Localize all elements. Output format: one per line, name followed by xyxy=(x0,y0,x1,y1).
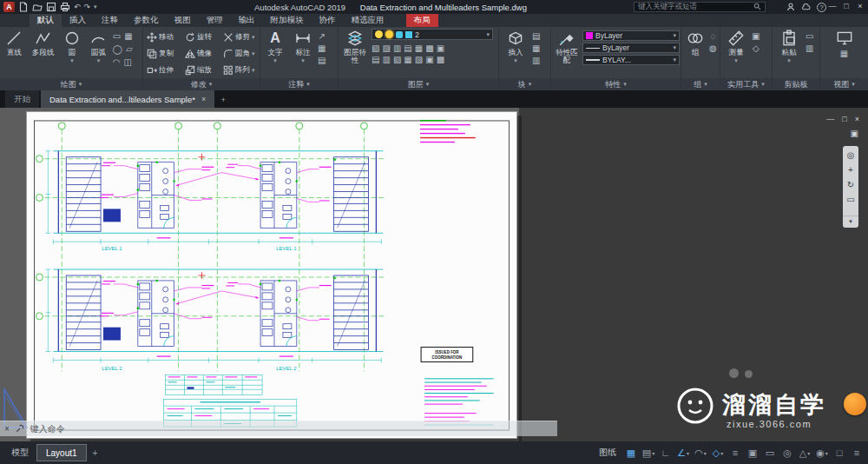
maximize-button[interactable]: □ xyxy=(840,1,852,12)
viewport-restore-icon[interactable]: □ xyxy=(842,115,846,123)
tab-view[interactable]: 视图 xyxy=(167,14,199,27)
layer-lock-tool-icon[interactable]: ▤ xyxy=(404,43,411,53)
group-edit-icon[interactable]: ◍ xyxy=(709,43,717,53)
panel-label-clipboard[interactable]: 剪贴板 xyxy=(773,78,819,90)
tab-annotate[interactable]: 注释 xyxy=(94,14,126,27)
color-dropdown[interactable]: ByLayer ▾ xyxy=(582,30,680,41)
full-navigation-wheel-icon[interactable]: ◎ xyxy=(847,150,855,160)
tool-paste[interactable]: 粘贴 ▾ xyxy=(774,29,804,64)
chevron-down-icon[interactable]: ▾ xyxy=(843,215,858,225)
dynamic-input-icon[interactable]: ▣ xyxy=(745,445,760,461)
table-icon[interactable]: ▦ xyxy=(318,43,326,53)
create-block-icon[interactable]: ▤ xyxy=(532,31,540,41)
tab-home[interactable]: 默认 xyxy=(30,14,62,27)
annotation-visibility-icon[interactable]: ◎ xyxy=(779,445,795,461)
file-tab-document[interactable]: Data Extraction and...ltileaders Sample*… xyxy=(41,90,214,108)
cloud-icon[interactable] xyxy=(801,3,811,13)
layer-dropdown[interactable]: 2 ▾ xyxy=(372,29,493,40)
panel-label-utilities[interactable]: 实用工具 ▾ xyxy=(720,78,772,90)
point-icon[interactable]: ◇ xyxy=(753,43,760,53)
layer-thaw-all-icon[interactable]: ▥ xyxy=(382,55,390,64)
layer-state-icon[interactable]: ▣ xyxy=(437,43,444,53)
viewport-close-icon[interactable]: × xyxy=(855,115,859,123)
floating-badge[interactable] xyxy=(844,393,866,415)
model-tab[interactable]: 模型 xyxy=(3,447,36,459)
new-layout-button[interactable]: + xyxy=(87,448,104,458)
ellipse-icon[interactable]: ◯ xyxy=(113,44,122,54)
open-file-icon[interactable] xyxy=(32,2,43,12)
chevron-down-icon[interactable]: ▾ xyxy=(94,3,97,10)
search-input[interactable]: 键入关键字或短语 xyxy=(634,2,766,12)
tool-rotate[interactable]: 旋转 xyxy=(183,32,221,43)
layer-off-icon[interactable]: ▧ xyxy=(372,43,379,53)
tab-layout[interactable]: 布局 xyxy=(406,14,438,27)
layer-isolate-icon[interactable]: ▨ xyxy=(382,43,390,53)
tab-output[interactable]: 输出 xyxy=(231,14,263,27)
close-button[interactable]: × xyxy=(854,1,866,12)
layer-match-icon[interactable]: ▦ xyxy=(415,43,423,53)
edit-block-icon[interactable]: ▦ xyxy=(532,43,540,53)
polar-tracking-icon[interactable]: ∠▾ xyxy=(675,445,691,461)
close-icon[interactable]: × xyxy=(4,424,10,434)
new-file-icon[interactable] xyxy=(18,2,29,12)
tool-layer-properties[interactable]: 图层特性 xyxy=(340,29,370,65)
undo-icon[interactable]: ↶ xyxy=(74,3,81,11)
spline-icon[interactable]: ◠ xyxy=(113,57,121,67)
save-icon[interactable] xyxy=(46,2,56,12)
grid-icon[interactable]: ▦ xyxy=(623,445,639,461)
layer-freeze-icon[interactable]: ▥ xyxy=(393,43,401,53)
panel-label-draw[interactable]: 绘图 ▾ xyxy=(0,78,142,90)
viewport-minimize-icon[interactable]: — xyxy=(826,115,834,123)
ortho-icon[interactable]: ∟ xyxy=(658,445,674,461)
viewport-config-icon[interactable]: ▦ xyxy=(840,49,848,58)
layer-current-icon[interactable]: ▦ xyxy=(404,55,411,64)
tab-collaborate[interactable]: 协作 xyxy=(312,14,344,27)
lineweight-icon[interactable]: ≡ xyxy=(727,445,743,461)
panel-label-properties[interactable]: 特性 ▾ xyxy=(551,78,681,90)
autocad-logo-icon[interactable]: A xyxy=(3,2,15,12)
leader-icon[interactable]: ↗ xyxy=(319,31,326,41)
new-tab-button[interactable]: + xyxy=(216,90,230,108)
drawing-canvas[interactable]: LEVEL 1 LEVEL 1 LEVEL 2 LEVEL 2 ISSUED F… xyxy=(0,108,868,441)
help-icon[interactable]: ? xyxy=(817,3,826,12)
panel-label-layers[interactable]: 图层 ▾ xyxy=(339,78,498,90)
tool-insert-block[interactable]: 插入 ▾ xyxy=(501,29,530,64)
object-snap-icon[interactable]: ◇▾ xyxy=(710,445,726,461)
tab-parametric[interactable]: 参数化 xyxy=(126,14,167,27)
panel-label-view[interactable]: 视图 ▾ xyxy=(820,78,868,90)
tab-addins[interactable]: 附加模块 xyxy=(263,14,312,27)
user-icon[interactable] xyxy=(786,3,795,13)
panel-label-block[interactable]: 块 ▾ xyxy=(499,78,550,90)
layer-walk-icon[interactable]: ▣ xyxy=(425,55,433,64)
tool-array[interactable]: 阵列▾ xyxy=(221,65,260,76)
command-prompt[interactable]: 键入命令 xyxy=(30,423,65,435)
viewcube-icon[interactable]: ▣ xyxy=(851,129,858,138)
clean-screen-icon[interactable]: □ xyxy=(832,445,847,461)
linetype-dropdown[interactable]: ByLayer ▾ xyxy=(582,43,680,53)
tool-group[interactable]: 组 xyxy=(683,29,707,56)
tool-circle[interactable]: 圆 ▾ xyxy=(60,29,85,64)
tool-stretch[interactable]: 拉伸 xyxy=(145,65,183,76)
tool-fillet[interactable]: 圆角▾ xyxy=(221,49,260,59)
attributes-icon[interactable]: ▥ xyxy=(532,56,540,65)
layout-paper[interactable]: LEVEL 1 LEVEL 1 LEVEL 2 LEVEL 2 ISSUED F… xyxy=(26,111,517,439)
ungroup-icon[interactable]: ◌ xyxy=(710,31,715,41)
zoom-extents-icon[interactable]: ▭ xyxy=(846,195,854,204)
tool-mirror[interactable]: 镜像 xyxy=(183,49,221,59)
search-icon[interactable] xyxy=(753,3,761,12)
rectangle-icon[interactable]: ▭ xyxy=(113,31,121,41)
pan-icon[interactable]: + xyxy=(848,165,853,175)
panel-label-groups[interactable]: 组 ▾ xyxy=(681,78,720,90)
tool-arc[interactable]: 圆弧 ▾ xyxy=(86,29,111,64)
layer-unisolate-icon[interactable]: ▤ xyxy=(372,55,379,64)
markup-icon[interactable]: ▤ xyxy=(318,56,326,65)
selection-cycling-icon[interactable]: ▭ xyxy=(762,445,778,461)
copy-clip-icon[interactable]: ▥ xyxy=(806,43,813,53)
orbit-icon[interactable]: ↻ xyxy=(847,180,854,189)
polygon-icon[interactable]: ▱ xyxy=(126,44,133,54)
quick-select-icon[interactable]: ▣ xyxy=(752,31,760,41)
region-icon[interactable]: ◫ xyxy=(123,57,131,67)
minimize-button[interactable]: — xyxy=(826,1,838,12)
customize-menu-icon[interactable]: ≡ xyxy=(849,445,865,461)
lineweight-dropdown[interactable]: BYLAY... ▾ xyxy=(582,55,680,65)
